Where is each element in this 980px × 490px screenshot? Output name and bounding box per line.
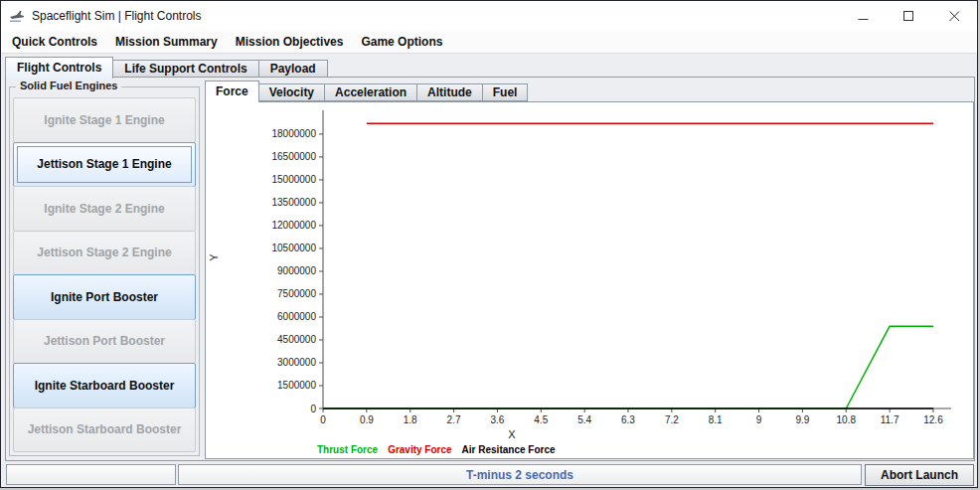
y-tick-label: 16500000 — [272, 151, 317, 162]
jettison-port-booster-button: Jettison Port Booster — [13, 319, 196, 365]
x-tick-label: 1.8 — [404, 414, 417, 425]
tab-payload[interactable]: Payload — [258, 60, 328, 78]
x-tick-label: 11.7 — [881, 414, 899, 425]
x-axis-label: X — [501, 428, 523, 440]
menu-mission-summary[interactable]: Mission Summary — [106, 32, 227, 52]
y-tick-label: 13500000 — [272, 197, 317, 208]
x-tick-label: 4.5 — [534, 414, 548, 425]
force-chart-panel: Y 01500000300000045000006000000750000090… — [205, 101, 974, 459]
ignite-starboard-booster-button[interactable]: Ignite Starboard Booster — [13, 363, 196, 408]
x-tick-label: 8.1 — [709, 414, 723, 425]
main-tab-strip: Flight Controls Life Support Controls Pa… — [5, 57, 328, 79]
x-tick-label: 7.2 — [665, 414, 679, 425]
x-tick-label: 12.6 — [923, 414, 943, 425]
content-panel: Solid Fuel Engines Ignite Stage 1 Engine… — [5, 77, 975, 461]
engine-button-column: Ignite Stage 1 Engine Jettison Stage 1 E… — [13, 97, 196, 452]
x-tick-label: 5.4 — [577, 414, 591, 425]
menu-mission-objectives[interactable]: Mission Objectives — [227, 32, 353, 52]
x-tick-label: 10.8 — [837, 414, 857, 425]
jettison-starboard-booster-button: Jettison Starboard Booster — [13, 408, 196, 453]
x-tick-label: 0 — [320, 414, 326, 425]
menu-quick-controls[interactable]: Quick Controls — [3, 32, 106, 52]
ignite-stage-2-button: Ignite Stage 2 Engine — [13, 186, 196, 232]
maximize-button[interactable] — [886, 1, 931, 31]
tab-force[interactable]: Force — [205, 81, 259, 102]
x-tick-label: 6.3 — [621, 414, 635, 425]
x-tick-label: 3.6 — [490, 414, 504, 425]
y-tick-label: 10500000 — [272, 243, 317, 253]
chart-legend: Thrust ForceGravity ForceAir Resitance F… — [317, 444, 556, 455]
countdown-text: T-minus 2 seconds — [466, 468, 573, 482]
tab-altitude[interactable]: Altitude — [416, 83, 483, 101]
tab-acceleration[interactable]: Acceleration — [324, 83, 417, 101]
y-tick-label: 6000000 — [277, 311, 316, 322]
y-tick-label: 3000000 — [277, 357, 316, 368]
minimize-button[interactable] — [840, 1, 886, 31]
force-chart: 0150000030000004500000600000075000009000… — [206, 102, 973, 458]
x-tick-label: 0.9 — [360, 414, 374, 425]
y-tick-label: 0 — [310, 404, 316, 414]
x-tick-label: 9.9 — [795, 414, 809, 425]
y-tick-label: 7500000 — [277, 288, 316, 299]
status-left-panel — [6, 464, 176, 485]
series-line — [323, 326, 933, 408]
legend-item: Gravity Force — [388, 444, 451, 455]
close-button[interactable] — [931, 1, 977, 31]
group-title: Solid Fuel Engines — [16, 80, 121, 91]
tab-flight-controls[interactable]: Flight Controls — [5, 57, 113, 79]
app-window: Spaceflight Sim | Flight Controls Quick … — [0, 0, 978, 488]
legend-item: Thrust Force — [317, 444, 378, 455]
countdown-progress-bar: T-minus 2 seconds — [178, 464, 862, 485]
ignite-stage-1-button: Ignite Stage 1 Engine — [13, 97, 196, 143]
title-bar: Spaceflight Sim | Flight Controls — [1, 1, 977, 31]
legend-item: Air Resitance Force — [462, 444, 556, 455]
y-axis-label: Y — [208, 253, 220, 260]
y-tick-label: 18000000 — [272, 128, 317, 139]
x-tick-label: 2.7 — [447, 414, 461, 425]
window-title: Spaceflight Sim | Flight Controls — [32, 9, 202, 23]
ignite-port-booster-button[interactable]: Ignite Port Booster — [13, 274, 196, 320]
y-tick-label: 4500000 — [277, 334, 316, 345]
tab-velocity[interactable]: Velocity — [258, 83, 325, 101]
abort-launch-button[interactable]: Abort Launch — [865, 464, 974, 486]
window-controls — [840, 1, 977, 31]
menu-bar: Quick Controls Mission Summary Mission O… — [1, 31, 977, 54]
jettison-stage-1-button[interactable]: Jettison Stage 1 Engine — [13, 142, 196, 188]
y-tick-label: 9000000 — [277, 265, 316, 276]
app-icon — [9, 8, 25, 24]
y-tick-label: 12000000 — [272, 220, 317, 231]
tab-life-support-controls[interactable]: Life Support Controls — [112, 60, 258, 78]
y-tick-label: 15000000 — [272, 174, 317, 185]
menu-game-options[interactable]: Game Options — [352, 32, 451, 52]
x-tick-label: 9 — [756, 414, 762, 425]
solid-fuel-engines-group: Solid Fuel Engines Ignite Stage 1 Engine… — [9, 86, 200, 456]
tab-fuel[interactable]: Fuel — [482, 83, 529, 101]
chart-tab-strip: Force Velocity Acceleration Altitude Fue… — [205, 81, 528, 102]
jettison-stage-2-button: Jettison Stage 2 Engine — [13, 231, 196, 276]
status-bar: T-minus 2 seconds Abort Launch — [1, 464, 977, 487]
y-tick-label: 1500000 — [277, 380, 316, 391]
